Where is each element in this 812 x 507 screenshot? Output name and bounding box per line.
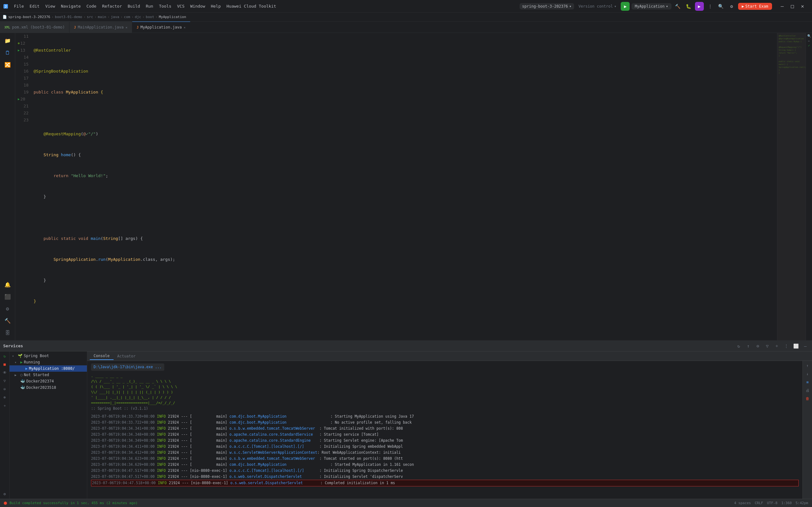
tab-pom-label: pom.xml (boot3-01-demo) xyxy=(12,25,65,30)
more-btn[interactable]: ⋮ xyxy=(706,2,715,11)
crt-delete[interactable]: 🗑 xyxy=(804,395,811,402)
slt-collapse[interactable]: ⊖ xyxy=(1,386,8,393)
menu-run[interactable]: Run xyxy=(143,3,156,10)
console-tab-actuator[interactable]: Actuator xyxy=(113,353,140,360)
db-btn[interactable]: 🗄 xyxy=(3,328,13,338)
maximize-btn[interactable]: □ xyxy=(788,2,797,11)
bc-7[interactable]: boot xyxy=(146,15,154,19)
bc-4[interactable]: java xyxy=(111,15,119,19)
vcs-btn[interactable]: 🔀 xyxy=(3,60,13,70)
log-line-8: 2023-07-06T19:04:34.629+08:00 INFO 21924… xyxy=(91,462,799,468)
services-more-btn[interactable]: ⋮ xyxy=(783,343,790,349)
my-app-label: MyApplication :8080/ xyxy=(29,366,75,371)
docker2-label: Docker2023518 xyxy=(26,385,56,390)
not-started-label: Not Started xyxy=(24,373,49,377)
minimize-btn[interactable]: — xyxy=(778,2,786,11)
services-left-icons: ↻ ■ 👁 ▽ ⊖ ⊕ ＋ ⚙ xyxy=(0,351,9,499)
coverage-btn[interactable]: ▶ xyxy=(695,2,704,11)
tree-docker2[interactable]: 🐳 Docker2023518 xyxy=(9,384,87,391)
title-bar: J File Edit View Navigate Code Refactor … xyxy=(0,0,812,13)
menu-refactor[interactable]: Refactor xyxy=(100,3,125,10)
services-add-btn[interactable]: ＋ xyxy=(773,343,780,349)
menu-help[interactable]: Help xyxy=(208,3,223,10)
tab-my-application[interactable]: J MyApplication.java ✕ xyxy=(132,21,190,33)
project-selector[interactable]: spring-boot-3-202376 ▾ xyxy=(519,3,574,9)
menu-build[interactable]: Build xyxy=(125,3,143,10)
services-refresh-btn[interactable]: ↻ xyxy=(735,343,742,349)
menu-navigate[interactable]: Navigate xyxy=(58,3,84,10)
crt-print[interactable]: 🖨 xyxy=(804,387,811,394)
services-filter-btn[interactable]: ▽ xyxy=(764,343,771,349)
code-content[interactable]: @RestController @SpringBootApplication p… xyxy=(31,33,777,340)
tree-not-started[interactable]: ▶ ○ Not Started xyxy=(9,372,87,378)
line-ending[interactable]: CRLF xyxy=(755,501,763,505)
crt-scroll-down[interactable]: ↓ xyxy=(804,371,811,377)
debug-btn[interactable]: 🐛 xyxy=(684,2,693,11)
run-config[interactable]: MyApplication ▾ xyxy=(631,3,671,9)
crt-scroll-up[interactable]: ↑ xyxy=(804,362,811,369)
slt-filter2[interactable]: ▽ xyxy=(1,377,8,384)
services-up-btn[interactable]: ↑ xyxy=(745,343,752,349)
tab-close-my[interactable]: ✕ xyxy=(184,26,186,29)
menu-vcs[interactable]: VCS xyxy=(174,3,187,10)
services-collapse-btn[interactable]: ⊖ xyxy=(754,343,761,349)
window-controls: — □ ✕ xyxy=(778,2,807,11)
tab-pom-xml[interactable]: XML pom.xml (boot3-01-demo) xyxy=(0,21,69,33)
tree-docker1[interactable]: 🐳 Docker202374 xyxy=(9,378,87,384)
bc-6[interactable]: djc xyxy=(135,15,141,19)
slt-settings[interactable]: ⚙ xyxy=(1,491,8,498)
search-btn[interactable]: 🔍 xyxy=(716,2,725,11)
settings-btn[interactable]: ⚙ xyxy=(727,2,736,11)
bc-8[interactable]: MyApplication xyxy=(159,15,186,19)
build-btn[interactable]: 🔨 xyxy=(673,2,682,11)
terminal-btn[interactable]: ⬛ xyxy=(3,291,13,302)
bc-2[interactable]: src xyxy=(87,15,93,19)
close-btn[interactable]: ✕ xyxy=(798,2,807,11)
spaces-indicator[interactable]: 4 spaces xyxy=(734,501,751,505)
project-btn[interactable]: 📁 xyxy=(3,36,13,46)
log-line-2: 2023-07-06T19:04:34.341+08:00 INFO 21924… xyxy=(91,426,799,432)
bc-3[interactable]: main xyxy=(98,15,106,19)
menu-file[interactable]: File xyxy=(11,3,26,10)
slt-stop[interactable]: ■ xyxy=(1,361,8,368)
tab-main-application[interactable]: J MainApplication.java ✕ xyxy=(69,21,132,33)
not-started-icon: ○ xyxy=(20,373,22,377)
run-button[interactable]: ▶ xyxy=(621,2,629,11)
slt-view[interactable]: 👁 xyxy=(1,369,8,376)
console-tab-console[interactable]: Console xyxy=(90,352,113,360)
menu-window[interactable]: Window xyxy=(188,3,208,10)
menu-view[interactable]: View xyxy=(43,3,58,10)
menu-huawei[interactable]: Huawei Cloud Toolkit xyxy=(224,3,279,10)
notifications-btn[interactable]: 🔔 xyxy=(3,279,13,290)
services-lt-btn[interactable]: ⚙ xyxy=(3,303,13,314)
services-expand-btn[interactable]: ⬜ xyxy=(792,343,799,349)
version-control[interactable]: Version control ▾ xyxy=(576,3,619,9)
gutter-search[interactable]: 🔍 xyxy=(807,34,811,38)
slt-add2[interactable]: ＋ xyxy=(1,402,8,409)
menu-edit[interactable]: Edit xyxy=(27,3,42,10)
build-lt-btn[interactable]: 🔨 xyxy=(3,316,13,326)
tab-close-main[interactable]: ✕ xyxy=(125,26,128,29)
tree-running[interactable]: ▾ ▶ Running xyxy=(9,359,87,365)
bc-0[interactable]: spring-boot-3-202376 xyxy=(8,15,50,19)
breadcrumb: 📄 spring-boot-3-202376 › boot3-01-demo ›… xyxy=(0,13,812,21)
bc-5[interactable]: com xyxy=(124,15,131,19)
editor-btn[interactable]: 🗒 xyxy=(3,48,13,58)
breadcrumb-icon: 📄 xyxy=(3,15,7,19)
tree-spring-boot[interactable]: ▾ 🌱 Spring Boot xyxy=(9,353,87,359)
bc-1[interactable]: boot3-01-demo xyxy=(55,15,82,19)
gutter-ok: ✓ xyxy=(808,44,810,47)
log-line-3: 2023-07-06T19:04:34.348+08:00 INFO 21924… xyxy=(91,432,799,438)
minimap: @RestController@SpringBootApplicationpub… xyxy=(777,33,806,340)
menu-code[interactable]: Code xyxy=(84,3,99,10)
slt-expand[interactable]: ⊕ xyxy=(1,394,8,401)
tree-my-application[interactable]: ▶ MyApplication :8080/ xyxy=(9,365,87,372)
console-output[interactable]: D:\Java\jdk-17\bin\java.exe ... . ____ _… xyxy=(87,361,803,499)
menu-tools[interactable]: Tools xyxy=(156,3,174,10)
start-exam-btn[interactable]: ▶ Start Exam xyxy=(738,3,772,10)
gutter-edit[interactable]: ✏ xyxy=(808,39,810,43)
slt-restart[interactable]: ↻ xyxy=(1,353,8,360)
crt-scroll-end[interactable]: ≡ xyxy=(804,379,811,386)
encoding[interactable]: UTF-8 xyxy=(767,501,777,505)
services-close-btn[interactable]: — xyxy=(802,343,809,349)
